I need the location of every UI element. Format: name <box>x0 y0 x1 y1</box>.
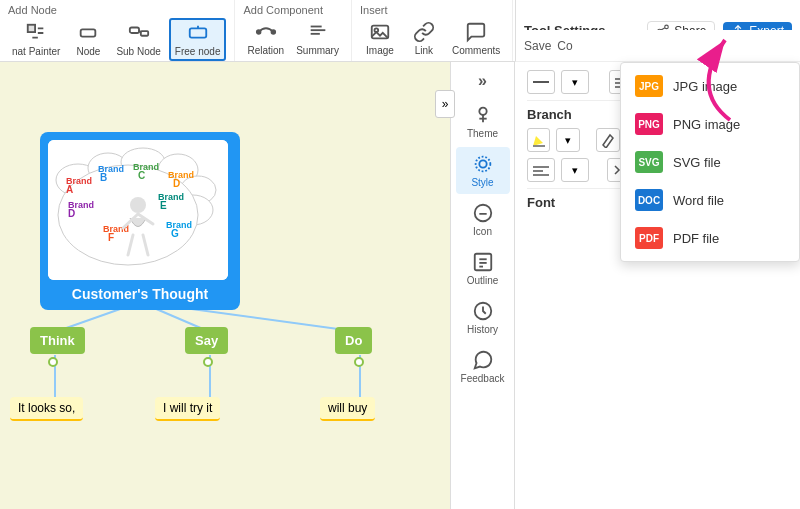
image-button[interactable]: Image <box>360 19 400 58</box>
side-style-button[interactable]: Style <box>456 147 510 194</box>
svg-rect-1 <box>81 29 96 36</box>
add-node-buttons: nat Painter Node Sub Node Free node <box>8 18 226 61</box>
svg-text:Brand: Brand <box>168 170 194 180</box>
svg-text:B: B <box>100 172 107 183</box>
add-component-label: Add Component <box>243 2 323 18</box>
summary-button[interactable]: Summary <box>292 19 343 58</box>
svg-point-57 <box>475 157 490 172</box>
export-png[interactable]: PNG PNG image <box>621 105 799 143</box>
subnode-button[interactable]: Sub Node <box>112 20 164 59</box>
svg-rect-2 <box>129 28 138 34</box>
canvas-area[interactable]: Brand A Brand B Brand C Brand D Brand D … <box>0 62 450 509</box>
svg-point-8 <box>271 30 275 34</box>
svg-text:F: F <box>108 232 114 243</box>
add-node-label: Add Node <box>8 2 57 18</box>
list-style-btn[interactable] <box>527 158 555 182</box>
svg-rect-5 <box>189 28 206 37</box>
do-node[interactable]: Do <box>335 327 372 354</box>
export-word[interactable]: DOC Word file <box>621 181 799 219</box>
save-row: Save Co <box>515 30 800 62</box>
say-connector <box>203 357 213 367</box>
svg-point-50 <box>130 197 146 213</box>
do-connector <box>354 357 364 367</box>
main-node[interactable]: Brand A Brand B Brand C Brand D Brand D … <box>40 132 240 310</box>
side-history-button[interactable]: History <box>456 294 510 341</box>
svg-rect-3 <box>140 31 147 36</box>
fill-dropdown[interactable]: ▾ <box>556 128 579 152</box>
svg-text:Brand: Brand <box>133 162 159 172</box>
side-feedback-button[interactable]: Feedback <box>456 343 510 390</box>
comments-button[interactable]: Comments <box>448 19 504 58</box>
stroke-color-btn[interactable] <box>596 128 619 152</box>
try-node[interactable]: I will try it <box>155 397 220 421</box>
main-node-title: Customer's Thought <box>48 286 232 302</box>
insert-label: Insert <box>360 2 388 18</box>
format-painter-button[interactable]: nat Painter <box>8 20 64 59</box>
link-button[interactable]: Link <box>404 19 444 58</box>
main-node-image: Brand A Brand B Brand C Brand D Brand D … <box>48 140 228 280</box>
buy-node[interactable]: will buy <box>320 397 375 421</box>
svg-text:D: D <box>68 208 75 219</box>
add-node-group: Add Node nat Painter Node Sub Node Free … <box>0 0 235 61</box>
fill-color-btn[interactable] <box>527 128 550 152</box>
add-component-buttons: Relation Summary <box>243 18 343 59</box>
relation-button[interactable]: Relation <box>243 19 288 58</box>
svg-point-7 <box>257 30 261 34</box>
list-dropdown[interactable]: ▾ <box>561 158 589 182</box>
co-label: Co <box>557 39 572 53</box>
svg-text:D: D <box>173 178 180 189</box>
svg-text:E: E <box>160 200 167 211</box>
svg-text:C: C <box>138 170 145 181</box>
export-pdf[interactable]: PDF PDF file <box>621 219 799 257</box>
jpg-icon: JPG <box>635 75 663 97</box>
export-dropdown: JPG JPG image PNG PNG image SVG SVG file… <box>620 62 800 262</box>
svg-icon: SVG <box>635 151 663 173</box>
looks-node[interactable]: It looks so, <box>10 397 83 421</box>
expand-panel-button[interactable]: » <box>435 90 455 118</box>
add-component-group: Add Component Relation Summary <box>235 0 352 61</box>
side-outline-button[interactable]: Outline <box>456 245 510 292</box>
side-expand-button[interactable]: » <box>456 66 510 96</box>
freenode-button[interactable]: Free node <box>169 18 227 61</box>
node-button[interactable]: Node <box>68 20 108 59</box>
say-node[interactable]: Say <box>185 327 228 354</box>
pdf-icon: PDF <box>635 227 663 249</box>
insert-group: Insert Image Link Comments <box>352 0 513 61</box>
side-panel: » Theme Style Icon Outline History Feedb… <box>450 62 515 509</box>
export-jpg[interactable]: JPG JPG image <box>621 67 799 105</box>
svg-text:A: A <box>66 184 73 195</box>
svg-rect-0 <box>28 25 35 32</box>
side-theme-button[interactable]: Theme <box>456 98 510 145</box>
svg-point-56 <box>479 160 486 167</box>
insert-buttons: Image Link Comments <box>360 18 504 59</box>
doc-icon: DOC <box>635 189 663 211</box>
png-icon: PNG <box>635 113 663 135</box>
side-icon-button[interactable]: Icon <box>456 196 510 243</box>
think-connector <box>48 357 58 367</box>
line-dropdown-1[interactable]: ▾ <box>561 70 589 94</box>
think-node[interactable]: Think <box>30 327 85 354</box>
svg-text:Brand: Brand <box>166 220 192 230</box>
export-svg[interactable]: SVG SVG file <box>621 143 799 181</box>
svg-point-14 <box>665 25 669 29</box>
line-style-btn-1[interactable] <box>527 70 555 94</box>
svg-text:G: G <box>171 228 179 239</box>
save-button[interactable]: Save <box>524 39 551 53</box>
svg-point-55 <box>479 108 486 115</box>
